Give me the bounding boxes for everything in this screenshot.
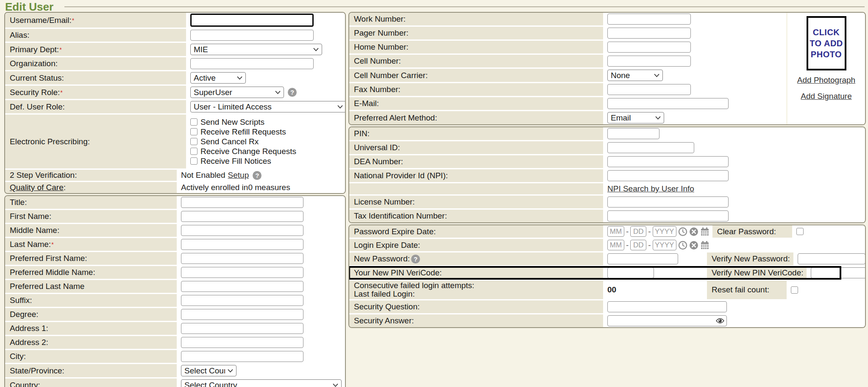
electronic-prescribing-checkbox[interactable] <box>190 148 198 155</box>
degree-input[interactable] <box>181 309 303 320</box>
work-number-value-cell <box>604 13 786 25</box>
organization-input[interactable] <box>190 58 314 69</box>
two-step-verification-help-icon[interactable]: ? <box>253 171 262 180</box>
city-label: City: <box>5 350 178 363</box>
first-name-input[interactable] <box>181 211 303 222</box>
quality-of-care-text: Actively enrolled in0 measures <box>181 183 290 192</box>
electronic-prescribing-option[interactable]: Receive Refill Requests <box>190 127 296 137</box>
quality-of-care-link[interactable]: Quality of Care <box>10 183 64 192</box>
email-label: E-Mail: <box>349 97 604 110</box>
home-number-label: Home Number: <box>349 41 604 53</box>
preferred-first-name-input[interactable] <box>181 253 303 264</box>
state-province-select-value: Select Country <box>184 366 225 376</box>
alias-input[interactable] <box>190 30 314 41</box>
middle-name-input[interactable] <box>181 225 303 236</box>
row-email: E-Mail: <box>349 97 786 111</box>
login-expire-date-label: Login Expire Date: <box>349 239 604 251</box>
pin-vericode-input[interactable] <box>607 267 654 278</box>
address-2-input[interactable] <box>181 337 303 348</box>
def-user-role-chevron-down-icon <box>337 105 343 109</box>
tax-identification-number-input[interactable] <box>607 210 729 222</box>
dea-number-input[interactable] <box>607 156 729 167</box>
pin-vericode-verify-input[interactable] <box>811 267 866 278</box>
electronic-prescribing-option[interactable]: Receive Change Requests <box>190 146 296 156</box>
def-user-role-select[interactable]: User - Limited Access <box>190 101 346 112</box>
preferred-alert-method-select[interactable]: Email <box>607 112 664 123</box>
two-step-verification-link[interactable]: Setup <box>228 171 249 180</box>
password-expire-date-dd-input[interactable]: DD <box>630 226 646 237</box>
pager-number-input[interactable] <box>607 28 691 39</box>
new-password-input[interactable] <box>607 253 678 264</box>
preferred-last-name-value-cell <box>178 280 345 293</box>
npi-search-link[interactable]: NPI Search by User Info <box>607 184 694 194</box>
new-password-verify-input[interactable] <box>798 253 865 264</box>
electronic-prescribing-option[interactable]: Receive Fill Notices <box>190 156 296 166</box>
electronic-prescribing-checkbox[interactable] <box>190 118 198 126</box>
electronic-prescribing-checkbox[interactable] <box>190 128 198 135</box>
security-question-label: Security Question: <box>349 300 604 313</box>
last-name-input[interactable] <box>181 239 303 250</box>
email-input[interactable] <box>607 98 729 109</box>
current-status-select[interactable]: Active <box>190 72 246 84</box>
suffix-input[interactable] <box>181 295 303 306</box>
electronic-prescribing-checkbox[interactable] <box>190 138 198 145</box>
new-password-help-icon[interactable]: ? <box>411 255 420 264</box>
password-expire-date-mm-input[interactable]: MM <box>607 226 624 237</box>
login-expire-date-dd-input[interactable]: DD <box>630 240 646 250</box>
login-expire-date-mm-input[interactable]: MM <box>607 240 624 250</box>
row-address-1: Address 1: <box>5 322 345 336</box>
password-expire-date-clear-icon[interactable] <box>689 227 698 236</box>
security-question-input[interactable] <box>607 301 727 312</box>
address-1-input[interactable] <box>181 323 303 334</box>
login-expire-date-clock-icon[interactable] <box>678 241 687 250</box>
password-expire-date-yyyy-input[interactable]: YYYY <box>653 226 676 237</box>
home-number-input[interactable] <box>607 42 691 53</box>
title-field-input[interactable] <box>181 197 303 208</box>
state-province-select[interactable]: Select Country <box>181 365 236 376</box>
row-preferred-first-name: Preferred First Name: <box>5 252 345 266</box>
universal-id-label: Universal ID: <box>349 141 604 154</box>
organization-value-cell <box>187 57 345 70</box>
preferred-alert-method-select-value: Email <box>611 113 631 123</box>
preferred-middle-name-input[interactable] <box>181 267 303 278</box>
password-expire-date-clock-icon[interactable] <box>678 227 687 236</box>
electronic-prescribing-option[interactable]: Send New Scripts <box>190 117 296 127</box>
photo-placeholder[interactable]: CLICKTO ADDPHOTO <box>807 16 846 70</box>
fax-number-input[interactable] <box>607 84 691 95</box>
license-number-input[interactable] <box>607 196 729 208</box>
cell-number-carrier-select[interactable]: None <box>607 70 663 81</box>
current-status-value-cell: Active <box>187 71 345 84</box>
country-select[interactable]: Select Country <box>181 379 342 387</box>
username-input[interactable] <box>190 14 314 27</box>
add-signature-link[interactable]: Add Signature <box>787 92 865 101</box>
security-role-select[interactable]: SuperUser <box>190 87 284 98</box>
password-expire-date-verify-checkbox[interactable] <box>796 228 804 235</box>
pin-input[interactable] <box>607 128 659 139</box>
primary-dept-select[interactable]: MIE <box>190 44 322 55</box>
cell-number-input[interactable] <box>607 56 691 67</box>
pin-label: PIN: <box>349 127 604 140</box>
left-panel: Username/Email:*Alias:Primary Dept:*MIEO… <box>4 12 346 387</box>
fax-number-value-cell <box>604 83 786 96</box>
security-answer-input[interactable] <box>607 315 727 326</box>
electronic-prescribing-checkbox[interactable] <box>190 157 198 165</box>
city-input[interactable] <box>181 351 303 362</box>
login-expire-date-yyyy-input[interactable]: YYYY <box>653 240 676 250</box>
city-value-cell <box>178 350 345 363</box>
right-box-2: PIN:Universal ID:DEA Number:National Pro… <box>348 126 866 223</box>
security-answer-eye-icon[interactable] <box>716 318 724 324</box>
login-expire-date-clear-icon[interactable] <box>689 241 698 250</box>
row-npi: National Provider Id (NPI): <box>349 169 865 183</box>
degree-value-cell <box>178 308 345 321</box>
add-photograph-link[interactable]: Add Photograph <box>787 76 865 85</box>
universal-id-input[interactable] <box>607 142 694 153</box>
work-number-input[interactable] <box>607 14 691 25</box>
failed-logins-verify-checkbox[interactable] <box>791 286 798 294</box>
npi-input[interactable] <box>607 170 729 181</box>
fieldset-legend-line <box>64 6 865 7</box>
password-expire-date-calendar-icon[interactable] <box>700 227 709 236</box>
electronic-prescribing-option[interactable]: Send Cancel Rx <box>190 137 296 146</box>
security-role-help-icon[interactable]: ? <box>288 88 297 97</box>
preferred-last-name-input[interactable] <box>181 281 303 292</box>
login-expire-date-calendar-icon[interactable] <box>700 241 709 250</box>
